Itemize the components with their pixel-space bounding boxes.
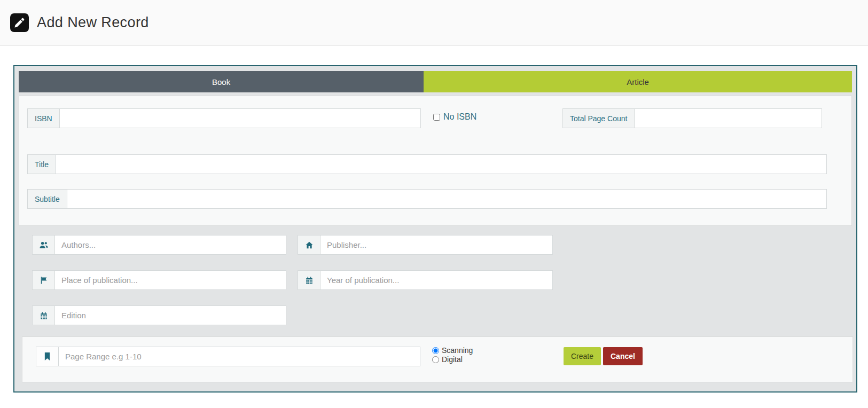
edition-group bbox=[32, 305, 286, 325]
no-isbn-checkbox[interactable] bbox=[433, 114, 440, 121]
isbn-group: ISBN bbox=[27, 108, 421, 128]
subtitle-group: Subtitle bbox=[27, 189, 827, 209]
title-label: Title bbox=[27, 154, 56, 174]
tab-article[interactable]: Article bbox=[424, 71, 852, 92]
scanning-radio-label: Scanning bbox=[442, 346, 473, 355]
no-isbn-label: No ISBN bbox=[443, 112, 476, 122]
isbn-label: ISBN bbox=[27, 108, 59, 128]
tab-book[interactable]: Book bbox=[19, 71, 424, 92]
flag-icon bbox=[32, 270, 54, 290]
isbn-input[interactable] bbox=[59, 108, 421, 128]
pencil-square-icon bbox=[10, 13, 29, 32]
capture-type-radio-group: Scanning Digital bbox=[432, 346, 473, 364]
tab-article-label: Article bbox=[627, 77, 649, 87]
identification-section: ISBN No ISBN Total Page Count Title Subt… bbox=[19, 96, 852, 226]
place-of-publication-input[interactable] bbox=[54, 270, 286, 290]
authors-group bbox=[32, 235, 286, 255]
bookmark-icon bbox=[36, 347, 58, 366]
place-of-publication-group bbox=[32, 270, 286, 290]
digital-radio-label: Digital bbox=[442, 355, 463, 364]
digital-radio[interactable] bbox=[432, 356, 439, 363]
create-button[interactable]: Create bbox=[564, 347, 601, 365]
actions-section: Scanning Digital Create Cancel bbox=[22, 336, 853, 382]
tab-book-label: Book bbox=[212, 77, 230, 87]
title-group: Title bbox=[27, 154, 827, 174]
record-form-panel: Book Article ISBN No ISBN Total Page Cou… bbox=[13, 65, 857, 393]
users-icon bbox=[32, 235, 54, 255]
title-input[interactable] bbox=[56, 154, 827, 174]
authors-input[interactable] bbox=[54, 235, 286, 255]
total-page-count-input[interactable] bbox=[634, 108, 822, 128]
total-page-count-label: Total Page Count bbox=[562, 108, 634, 128]
page-header: Add New Record bbox=[0, 0, 868, 46]
calendar-icon bbox=[298, 270, 320, 290]
cancel-button[interactable]: Cancel bbox=[603, 347, 643, 365]
no-isbn-row: No ISBN bbox=[433, 112, 476, 122]
subtitle-label: Subtitle bbox=[27, 189, 67, 209]
year-of-publication-input[interactable] bbox=[320, 270, 553, 290]
home-icon bbox=[298, 235, 320, 255]
subtitle-input[interactable] bbox=[67, 189, 827, 209]
publisher-group bbox=[298, 235, 553, 255]
year-of-publication-group bbox=[298, 270, 553, 290]
edition-input[interactable] bbox=[54, 305, 286, 325]
total-page-count-group: Total Page Count bbox=[562, 108, 822, 128]
scanning-radio[interactable] bbox=[432, 347, 439, 354]
page-title: Add New Record bbox=[37, 14, 149, 31]
page-range-input[interactable] bbox=[58, 347, 420, 366]
publisher-input[interactable] bbox=[320, 235, 553, 255]
calendar-icon bbox=[32, 305, 54, 325]
record-type-tabbar: Book Article bbox=[19, 71, 852, 92]
page-range-group bbox=[36, 347, 420, 366]
